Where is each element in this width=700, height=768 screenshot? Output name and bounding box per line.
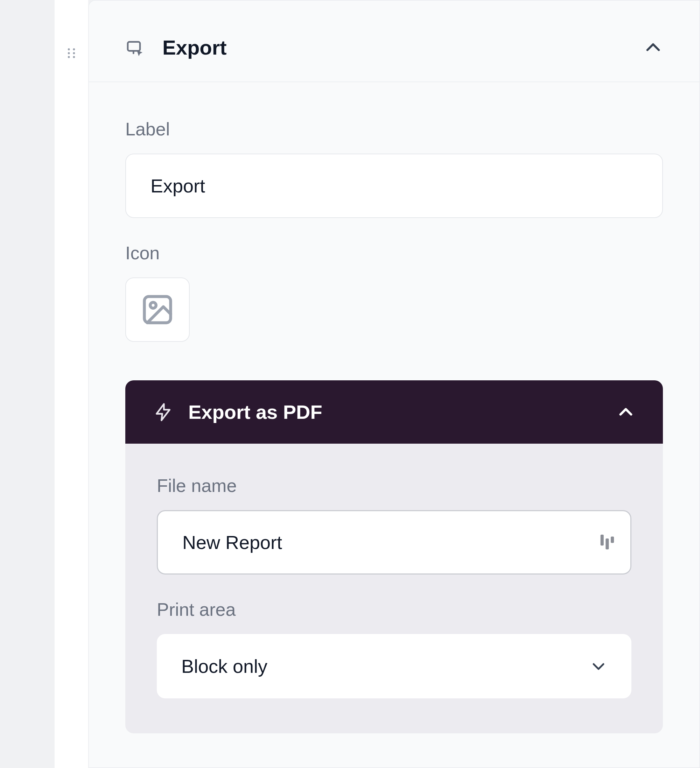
svg-rect-6 xyxy=(128,42,140,51)
image-icon xyxy=(140,292,175,327)
panel-body: Label Icon xyxy=(89,82,699,733)
label-field: Label xyxy=(125,118,663,218)
chevron-down-icon xyxy=(590,658,607,675)
svg-rect-9 xyxy=(601,534,604,546)
export-panel-header[interactable]: Export xyxy=(89,1,699,82)
filename-field: File name xyxy=(157,475,631,574)
print-area-select[interactable]: Block only xyxy=(157,634,631,698)
export-pdf-header[interactable]: Export as PDF xyxy=(125,380,663,444)
action-title: Export as PDF xyxy=(188,401,601,423)
svg-point-1 xyxy=(73,48,75,50)
insert-variable-icon[interactable] xyxy=(599,533,615,551)
drag-handle-icon[interactable] xyxy=(64,45,79,61)
svg-rect-11 xyxy=(611,537,614,543)
export-panel: Export Label Icon xyxy=(88,0,700,768)
print-area-field: Print area Block only xyxy=(157,599,631,698)
svg-rect-10 xyxy=(605,538,609,549)
bolt-icon xyxy=(153,402,173,422)
label-input[interactable] xyxy=(125,154,663,218)
svg-point-3 xyxy=(73,52,75,54)
chevron-up-icon[interactable] xyxy=(617,403,635,421)
export-pdf-card: Export as PDF File name xyxy=(125,380,663,733)
drag-column xyxy=(54,0,88,768)
svg-point-5 xyxy=(73,56,75,58)
left-gutter xyxy=(0,0,54,768)
settings-panel-container: Export Label Icon xyxy=(0,0,700,768)
svg-point-4 xyxy=(68,56,70,58)
action-body: File name xyxy=(125,444,663,733)
svg-point-0 xyxy=(68,48,70,50)
svg-point-2 xyxy=(68,52,70,54)
svg-point-8 xyxy=(150,302,156,308)
chevron-up-icon[interactable] xyxy=(643,38,663,58)
label-field-title: Label xyxy=(125,118,663,139)
filename-field-title: File name xyxy=(157,475,631,496)
icon-field-title: Icon xyxy=(125,242,663,264)
print-area-value: Block only xyxy=(181,655,268,677)
print-area-field-title: Print area xyxy=(157,599,631,620)
panel-title: Export xyxy=(162,36,626,59)
cursor-click-icon xyxy=(125,38,145,58)
icon-field: Icon xyxy=(125,242,663,342)
icon-picker[interactable] xyxy=(125,277,190,342)
filename-input[interactable] xyxy=(157,510,631,574)
